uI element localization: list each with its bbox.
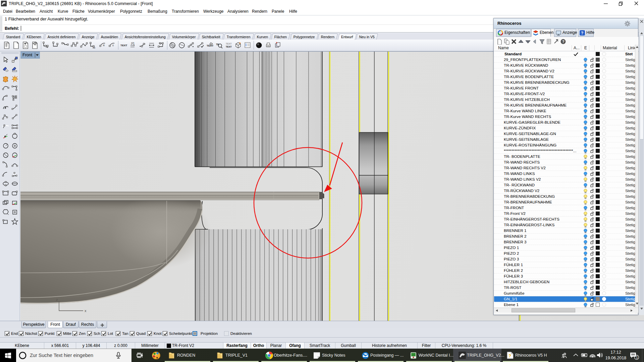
svg-text:TEXT: TEXT bbox=[120, 44, 127, 47]
svg-text:x: x bbox=[85, 309, 87, 313]
svg-text:1: 1 bbox=[636, 356, 638, 359]
svg-text:[2]: [2] bbox=[131, 42, 134, 45]
svg-text:TEXT: TEXT bbox=[226, 46, 232, 48]
svg-text:R: R bbox=[103, 44, 105, 47]
svg-text:?: ? bbox=[562, 40, 565, 44]
svg-text:0: 0 bbox=[112, 44, 114, 47]
svg-text:?: ? bbox=[581, 31, 583, 36]
svg-text:TEXT: TEXT bbox=[226, 43, 232, 45]
svg-text:?: ? bbox=[508, 353, 511, 358]
svg-text:45: 45 bbox=[93, 47, 95, 49]
svg-text:z: z bbox=[56, 298, 58, 302]
